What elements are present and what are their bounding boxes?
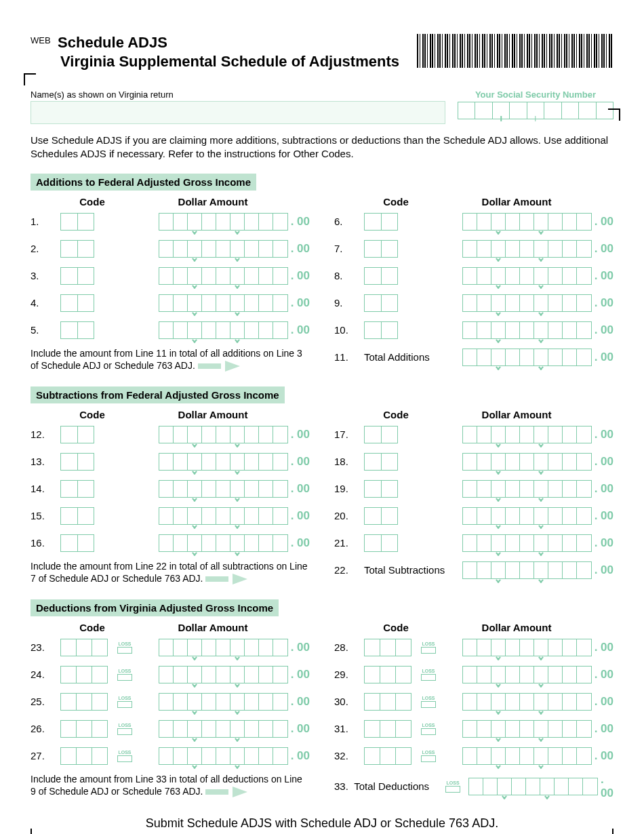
amount-header: Dollar Amount <box>420 622 613 633</box>
form-line: 12. . 00 <box>31 424 310 445</box>
amount-input[interactable] <box>159 534 288 552</box>
code-input[interactable] <box>60 294 94 312</box>
amount-input[interactable] <box>462 321 592 339</box>
arrow-icon <box>225 361 240 372</box>
amount-input[interactable] <box>462 294 592 312</box>
name-input[interactable] <box>31 101 445 124</box>
amount-input[interactable] <box>159 240 288 258</box>
code-input[interactable] <box>364 747 411 765</box>
form-line: 7. . 00 <box>334 239 613 259</box>
code-input[interactable] <box>364 426 398 443</box>
cents-label: . 00 <box>291 242 310 256</box>
amount-header: Dollar Amount <box>116 622 310 633</box>
code-input[interactable] <box>364 267 398 285</box>
loss-checkbox[interactable] <box>117 674 132 681</box>
line-number: 5. <box>31 324 60 336</box>
code-input[interactable] <box>60 666 108 683</box>
amount-input[interactable] <box>462 720 592 738</box>
code-input[interactable] <box>364 639 411 656</box>
total-line: 22. Total Subtractions. 00 <box>334 560 613 580</box>
amount-input[interactable] <box>462 453 592 471</box>
amount-input[interactable] <box>462 267 592 285</box>
line-number: 24. <box>31 669 60 680</box>
amount-input[interactable] <box>462 534 592 552</box>
code-input[interactable] <box>364 321 398 339</box>
code-input[interactable] <box>364 666 411 683</box>
amount-input[interactable] <box>462 666 592 683</box>
amount-input[interactable] <box>462 693 592 711</box>
code-input[interactable] <box>60 426 94 443</box>
loss-checkbox[interactable] <box>445 786 460 793</box>
amount-input[interactable] <box>159 480 288 498</box>
loss-checkbox[interactable] <box>421 674 436 681</box>
code-input[interactable] <box>364 693 411 711</box>
loss-checkbox[interactable] <box>117 647 132 654</box>
code-header: Code <box>68 196 116 207</box>
code-input[interactable] <box>60 507 94 525</box>
cents-label: . 00 <box>291 722 310 736</box>
loss-indicator: LOSS <box>421 750 436 762</box>
amount-input[interactable] <box>159 294 288 312</box>
code-header: Code <box>372 622 420 633</box>
loss-checkbox[interactable] <box>421 728 436 735</box>
amount-input[interactable] <box>159 507 288 525</box>
code-input[interactable] <box>60 480 94 498</box>
code-input[interactable] <box>60 240 94 258</box>
line-number: 33. <box>334 780 354 792</box>
amount-input[interactable] <box>462 561 592 579</box>
amount-input[interactable] <box>462 507 592 525</box>
amount-input[interactable] <box>462 639 592 656</box>
loss-checkbox[interactable] <box>117 701 132 708</box>
amount-header: Dollar Amount <box>116 409 310 420</box>
amount-input[interactable] <box>462 480 592 498</box>
cents-label: . 00 <box>595 296 613 310</box>
amount-input[interactable] <box>159 213 288 231</box>
cents-label: . 00 <box>291 509 310 523</box>
loss-checkbox[interactable] <box>421 701 436 708</box>
amount-input[interactable] <box>462 349 592 366</box>
cents-label: . 00 <box>601 773 613 800</box>
loss-indicator: LOSS <box>117 669 132 681</box>
amount-input[interactable] <box>462 747 592 765</box>
code-input[interactable] <box>60 453 94 471</box>
code-input[interactable] <box>60 534 94 552</box>
loss-checkbox[interactable] <box>421 755 436 762</box>
amount-input[interactable] <box>159 453 288 471</box>
code-input[interactable] <box>60 720 108 738</box>
amount-input[interactable] <box>159 321 288 339</box>
loss-checkbox[interactable] <box>421 647 436 654</box>
form-line: 17. . 00 <box>334 424 613 445</box>
form-line: 6. . 00 <box>334 212 613 232</box>
loss-checkbox[interactable] <box>117 755 132 762</box>
code-input[interactable] <box>60 693 108 711</box>
barcode <box>417 34 613 68</box>
cents-label: . 00 <box>595 323 613 337</box>
code-input[interactable] <box>364 534 398 552</box>
amount-input[interactable] <box>159 639 288 656</box>
amount-input[interactable] <box>159 693 288 711</box>
code-input[interactable] <box>60 639 108 656</box>
code-input[interactable] <box>60 747 108 765</box>
loss-checkbox[interactable] <box>117 728 132 735</box>
amount-input[interactable] <box>159 666 288 683</box>
code-input[interactable] <box>364 720 411 738</box>
code-input[interactable] <box>60 321 94 339</box>
amount-input[interactable] <box>462 213 592 231</box>
amount-input[interactable] <box>462 426 592 443</box>
code-input[interactable] <box>364 213 398 231</box>
amount-input[interactable] <box>159 267 288 285</box>
line-number: 22. <box>334 564 364 576</box>
amount-input[interactable] <box>159 747 288 765</box>
amount-input[interactable] <box>468 778 598 795</box>
ssn-input[interactable] <box>458 102 613 119</box>
code-input[interactable] <box>60 213 94 231</box>
amount-input[interactable] <box>462 240 592 258</box>
code-input[interactable] <box>364 240 398 258</box>
code-input[interactable] <box>60 267 94 285</box>
code-input[interactable] <box>364 480 398 498</box>
amount-input[interactable] <box>159 720 288 738</box>
code-input[interactable] <box>364 507 398 525</box>
code-input[interactable] <box>364 294 398 312</box>
amount-input[interactable] <box>159 426 288 443</box>
code-input[interactable] <box>364 453 398 471</box>
